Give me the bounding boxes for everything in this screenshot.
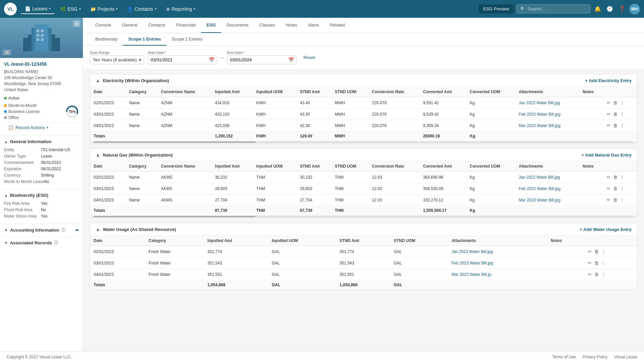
tab-financials[interactable]: Financials <box>171 18 201 33</box>
ng-attach-link-2[interactable]: Mar 2023 Water Bill.jpg <box>519 198 560 202</box>
start-date-input[interactable]: 📅 <box>148 55 217 64</box>
wu-attach-link-1[interactable]: Feb 2023 Water Bill.jpg <box>451 261 493 265</box>
elec-attach-link-2[interactable]: Mar 2023 Water Bill.jpg <box>519 123 560 128</box>
tab-alerts[interactable]: Alerts <box>303 18 324 33</box>
elec-delete-1[interactable]: 🗑 <box>612 111 618 117</box>
visual-lease-link[interactable]: Visual Lease <box>614 355 638 359</box>
accounting-edit-icon[interactable]: ✏ <box>75 228 79 233</box>
privacy-policy-link[interactable]: Privacy Policy <box>583 355 608 359</box>
elec-edit-1[interactable]: ✏ <box>606 111 611 117</box>
nav-projects[interactable]: 📁 Projects ▾ <box>86 4 122 14</box>
nav-leases[interactable]: 📄 Leases ▾ <box>21 4 55 14</box>
elec-delete-2[interactable]: 🗑 <box>612 122 618 129</box>
ng-edit-1[interactable]: ✏ <box>606 185 611 192</box>
elec-edit-0[interactable]: ✏ <box>606 100 611 106</box>
biodiversity-header[interactable]: ▲ Biodiversity (ESG) <box>0 189 83 201</box>
esg-preview-button[interactable]: ESG Preview <box>479 4 514 13</box>
elec-more-1[interactable]: ⋮ <box>620 111 625 117</box>
end-date-input[interactable]: 📅 <box>227 55 297 64</box>
reset-button[interactable]: Reset <box>300 53 318 62</box>
add-natural-gas-button[interactable]: + Add Natural Gas Entry <box>582 153 632 158</box>
subtab-scope2[interactable]: Scope 2 Entries <box>166 33 208 46</box>
electricity-scrollbar[interactable] <box>90 141 637 143</box>
end-calendar-icon[interactable]: 📅 <box>288 57 294 62</box>
ng-more-1[interactable]: ⋮ <box>620 185 625 192</box>
elec-inp-amt-2: 423,039 <box>212 120 253 131</box>
tab-console[interactable]: Console <box>90 18 117 33</box>
ng-more-2[interactable]: ⋮ <box>620 197 625 203</box>
ng-more-0[interactable]: ⋮ <box>620 174 625 180</box>
water-usage-collapse-btn[interactable]: ▲ <box>96 227 100 232</box>
main-layout: 🏢 ⧉ VL-lease-ID-123456 [BUILDING NAME] 1… <box>0 18 644 351</box>
elec-attach-link-0[interactable]: Jan 2023 Water Bill.jpg <box>519 101 560 105</box>
notifications-icon[interactable]: 🔔 <box>593 4 602 13</box>
wu-attach-link-0[interactable]: Jan 2023 Water Bill.jpg <box>451 249 493 254</box>
tab-clauses[interactable]: Clauses <box>254 18 280 33</box>
wu-delete-2[interactable]: 🗑 <box>594 271 599 278</box>
record-actions-button[interactable]: 📋 Record Actions ▾ <box>4 123 79 132</box>
nav-esg[interactable]: 🌿 ESG ▾ <box>56 4 85 14</box>
terms-of-use-link[interactable]: Terms of Use <box>552 355 576 359</box>
ng-col-stnd-amt: STND Amt <box>297 161 331 172</box>
wu-more-0[interactable]: ⋮ <box>601 248 606 255</box>
elec-more-2[interactable]: ⋮ <box>620 122 625 129</box>
elec-stnd-uom-0: MWH <box>331 97 369 109</box>
wu-col-attachments: Attachments <box>448 236 547 246</box>
ng-delete-0[interactable]: 🗑 <box>612 174 618 180</box>
accounting-header[interactable]: ▼ Accounting Information ⓘ ✏ <box>0 224 83 236</box>
copy-id-button[interactable]: ⧉ <box>73 20 80 27</box>
history-icon[interactable]: 🕐 <box>605 4 614 13</box>
wu-more-2[interactable]: ⋮ <box>601 271 606 278</box>
nav-reporting[interactable]: ⊕ Reporting ▾ <box>162 4 200 14</box>
search-box[interactable]: 🔍 <box>517 4 590 13</box>
user-avatar[interactable]: MH <box>629 4 640 14</box>
add-electricity-button[interactable]: + Add Electricity Entry <box>585 78 632 83</box>
ng-edit-0[interactable]: ✏ <box>606 174 611 180</box>
elec-more-0[interactable]: ⋮ <box>620 100 625 106</box>
wu-edit-1[interactable]: ✏ <box>587 260 592 266</box>
elec-delete-0[interactable]: 🗑 <box>612 100 618 106</box>
wu-edit-0[interactable]: ✏ <box>587 248 592 255</box>
tab-notes[interactable]: Notes <box>280 18 303 33</box>
elec-edit-2[interactable]: ✏ <box>606 122 611 129</box>
app-logo[interactable]: VL <box>4 3 17 15</box>
ng-delete-2[interactable]: 🗑 <box>612 197 618 203</box>
reporting-chevron-icon: ▾ <box>194 7 195 11</box>
wu-edit-2[interactable]: ✏ <box>587 271 592 278</box>
tab-contacts[interactable]: Contacts <box>143 18 171 33</box>
ng-attach-link-0[interactable]: Jan 2023 Water Bill.jpg <box>519 175 560 180</box>
tab-documents[interactable]: Documents <box>221 18 254 33</box>
ng-delete-1[interactable]: 🗑 <box>612 185 618 192</box>
start-calendar-icon[interactable]: 📅 <box>209 57 214 62</box>
wu-col-date: Date <box>90 236 145 246</box>
subtab-biodiversity[interactable]: Biodiversity <box>90 33 123 46</box>
wu-delete-1[interactable]: 🗑 <box>594 260 599 266</box>
nav-contacts[interactable]: 👤 Contacts ▾ <box>123 4 160 14</box>
electricity-collapse-btn[interactable]: ▲ <box>96 78 100 83</box>
associated-records-header[interactable]: ▼ Associated Records ⓘ <box>0 237 83 249</box>
start-date-field[interactable] <box>151 57 207 62</box>
wu-delete-0[interactable]: 🗑 <box>594 248 599 255</box>
ng-edit-2[interactable]: ✏ <box>606 197 611 203</box>
wu-attach-link-2[interactable]: Mar 2023 Water Bill.jp; <box>451 272 492 277</box>
natural-gas-scrollbar[interactable] <box>90 215 637 218</box>
tab-esg[interactable]: ESG <box>201 18 221 33</box>
electricity-tbody: 02/01/2023 Name AZNM 434,010 KWH 43.40 M… <box>90 97 637 141</box>
wu-more-1[interactable]: ⋮ <box>601 260 606 266</box>
ng-attach-link-1[interactable]: Feb 2023 Water Bill.jpg <box>519 186 560 191</box>
general-info-header[interactable]: ▲ General Information <box>0 136 83 147</box>
elec-conv-rate-2: 220.079 <box>369 120 420 131</box>
help-icon[interactable]: ❓ <box>617 4 627 13</box>
add-water-usage-button[interactable]: + Add Water Usage Entry <box>580 227 632 232</box>
tab-related[interactable]: Related <box>324 18 350 33</box>
tab-general[interactable]: General <box>117 18 143 33</box>
date-range-select[interactable]: Ten Years (if available) ▾ <box>90 55 144 64</box>
ng-col-conv-uom: Converted UOM <box>467 161 516 172</box>
elec-attach-link-1[interactable]: Feb 2023 Water Bill.jpg <box>519 112 560 117</box>
subtab-scope1[interactable]: Scope 1 Entries <box>123 33 166 46</box>
end-date-field[interactable] <box>230 57 286 62</box>
elec-date-1: 03/01/2023 <box>90 109 126 120</box>
leases-chevron-icon: ▾ <box>49 7 51 10</box>
natural-gas-collapse-btn[interactable]: ▲ <box>96 152 100 158</box>
search-input[interactable] <box>528 6 587 11</box>
